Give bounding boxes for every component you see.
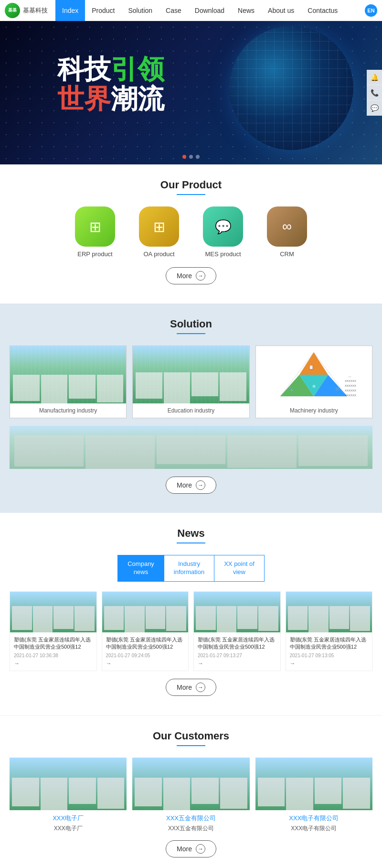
news-date-2: 2021-01-27 09:24:05: [106, 653, 185, 658]
news-content-4: 塑德(东莞 五金家居连续四年入选中国制造业民营企业500强12 2021-01-…: [286, 632, 372, 671]
logo-text: 基基科技: [23, 6, 48, 15]
news-more-icon: →: [196, 683, 205, 692]
hero-line2: 世界潮流: [57, 84, 164, 114]
solution-card-manufacturing[interactable]: Manufacturing industry: [10, 346, 127, 418]
news-title: News: [10, 527, 372, 540]
news-grid: 塑德(东莞 五金家居连续四年入选中国制造业民营企业500强12 2021-01-…: [10, 591, 372, 671]
product-label-crm: CRM: [267, 250, 307, 258]
hero-sidebar: 🔔 📞 💬: [367, 70, 382, 116]
news-card-2[interactable]: 塑德(东莞 五金家居连续四年入选中国制造业民营企业500强12 2021-01-…: [102, 591, 189, 671]
customer-img-2: [132, 758, 249, 810]
solution-title: Solution: [10, 318, 372, 330]
product-more-button[interactable]: More →: [166, 267, 216, 284]
news-content-1: 塑德(东莞 五金家居连续四年入选中国制造业民营企业500强12 2021-01-…: [10, 632, 96, 671]
solution-label-manufacturing: Manufacturing industry: [10, 403, 126, 418]
customer-img-3: [255, 758, 372, 810]
nav-item-product[interactable]: Product: [85, 0, 121, 21]
svg-text:📋: 📋: [308, 364, 314, 370]
hero-sidebar-msg[interactable]: 💬: [367, 100, 382, 116]
nav-item-contact[interactable]: Contactus: [301, 0, 344, 21]
news-card-3[interactable]: 塑德(东莞 五金家居连续四年入选中国制造业民营企业500强12 2021-01-…: [193, 591, 281, 671]
solution-bg-img: [10, 426, 372, 469]
news-date-3: 2021-01-27 09:13:27: [198, 653, 276, 658]
news-card-4[interactable]: 塑德(东莞 五金家居连续四年入选中国制造业民营企业500强12 2021-01-…: [286, 591, 373, 671]
product-label-erp: ERP product: [75, 250, 115, 258]
product-item-crm[interactable]: ∞ CRM: [267, 206, 307, 258]
news-more-button[interactable]: More →: [166, 679, 216, 696]
news-tab-company[interactable]: Companynews: [117, 555, 164, 582]
hero-line1-prefix: 科技: [57, 54, 111, 84]
product-item-mes[interactable]: 💬 MES product: [203, 206, 243, 258]
hero-dot-1[interactable]: [182, 155, 186, 159]
news-underline: [177, 542, 205, 543]
nav-item-download[interactable]: Download: [188, 0, 231, 21]
news-date-1: 2021-01-27 10:36:38: [14, 653, 93, 658]
hero-dots-nav: [182, 155, 200, 159]
hero-dot-2[interactable]: [189, 155, 193, 159]
solution-card-education[interactable]: Education industry: [132, 346, 249, 418]
customer-link-3[interactable]: XXX电子有限公司: [255, 814, 372, 823]
news-arrow-1: →: [14, 660, 93, 667]
news-arrow-2: →: [106, 660, 185, 667]
product-label-mes: MES product: [203, 250, 243, 258]
hero-line1-highlight: 引领: [111, 54, 164, 84]
hero-line1: 科技引领: [57, 54, 164, 84]
news-img-4: [286, 592, 372, 632]
hero-sidebar-phone[interactable]: 📞: [367, 85, 382, 100]
solution-grid: Manufacturing industry Education industr…: [10, 346, 372, 418]
nav-item-index[interactable]: Index: [55, 0, 85, 21]
nav-item-case[interactable]: Case: [159, 0, 188, 21]
customer-card-3[interactable]: XXX电子有限公司 XXX电子有限公司: [255, 758, 372, 833]
product-icon-oa: ⊞: [139, 206, 179, 247]
solution-img-manufacturing: [10, 346, 126, 403]
nav-item-about[interactable]: About us: [261, 0, 301, 21]
nav-item-news[interactable]: News: [231, 0, 261, 21]
news-arrow-3: →: [198, 660, 276, 667]
product-icon-erp: ⊞: [75, 206, 115, 247]
svg-text:XXXXXX: XXXXXX: [345, 384, 356, 387]
news-content-3: 塑德(东莞 五金家居连续四年入选中国制造业民营企业500强12 2021-01-…: [194, 632, 280, 671]
customer-img-1: [10, 758, 127, 810]
solution-card-machinery[interactable]: 📋 🔧 🛒 ⚙ … XXXXXX XXXXXX XXXXXX XXXXXX Ma…: [255, 346, 372, 418]
product-icon-crm: ∞: [267, 206, 307, 247]
svg-marker-1: [299, 352, 328, 375]
solution-img-machinery: 📋 🔧 🛒 ⚙ … XXXXXX XXXXXX XXXXXX XXXXXX: [256, 346, 372, 403]
customer-link-1[interactable]: XXX电子厂: [10, 814, 127, 823]
customer-card-2[interactable]: XXX五金有限公司 XXX五金有限公司: [132, 758, 249, 833]
product-item-oa[interactable]: ⊞ OA product: [139, 206, 179, 258]
news-more-label: More: [177, 684, 192, 691]
customers-more-button[interactable]: More →: [166, 840, 216, 857]
customers-grid: XXX电子厂 XXX电子厂 XXX五金有限公司 XXX五金有限公司: [10, 758, 372, 833]
product-item-erp[interactable]: ⊞ ERP product: [75, 206, 115, 258]
customer-card-1[interactable]: XXX电子厂 XXX电子厂: [10, 758, 127, 833]
customer-name-3: XXX电子有限公司: [255, 825, 372, 833]
solution-label-machinery: Machinery industry: [256, 403, 372, 418]
customer-name-1: XXX电子厂: [10, 825, 127, 833]
nav-item-solution[interactable]: Solution: [122, 0, 159, 21]
logo[interactable]: 基基 基基科技: [5, 3, 48, 18]
svg-text:XXXXXX: XXXXXX: [345, 394, 356, 397]
product-underline: [177, 194, 205, 195]
product-label-oa: OA product: [139, 250, 179, 258]
navbar: 基基 基基科技 Index Product Solution Case Down…: [0, 0, 382, 21]
news-tabs: Companynews Industryinformation XX point…: [10, 555, 372, 582]
customers-more-wrap: More →: [10, 840, 372, 857]
hero-banner: 科技引领 世界潮流 🔔 📞 💬: [0, 21, 382, 164]
hero-sidebar-bell[interactable]: 🔔: [367, 70, 382, 85]
hero-dot-3[interactable]: [196, 155, 200, 159]
solution-more-button[interactable]: More →: [166, 477, 216, 494]
news-title-2: 塑德(东莞 五金家居连续四年入选中国制造业民营企业500强12: [106, 636, 185, 651]
customers-more-label: More: [177, 845, 192, 853]
nav-items: Index Product Solution Case Download New…: [55, 0, 344, 21]
product-section-title: Our Product: [10, 179, 372, 191]
product-icon-mes: 💬: [203, 206, 243, 247]
customer-link-2[interactable]: XXX五金有限公司: [132, 814, 249, 823]
news-card-1[interactable]: 塑德(东莞 五金家居连续四年入选中国制造业民营企业500强12 2021-01-…: [10, 591, 97, 671]
news-tab-view[interactable]: XX point ofview: [214, 555, 265, 582]
news-more-wrap: More →: [10, 679, 372, 696]
news-tab-industry[interactable]: Industryinformation: [164, 555, 214, 582]
our-product-section: Our Product ⊞ ERP product ⊞ OA product 💬…: [0, 164, 382, 304]
lang-switcher[interactable]: EN: [365, 4, 377, 17]
hero-line2-part1: 世界: [57, 84, 111, 114]
svg-text:…: …: [348, 374, 351, 378]
